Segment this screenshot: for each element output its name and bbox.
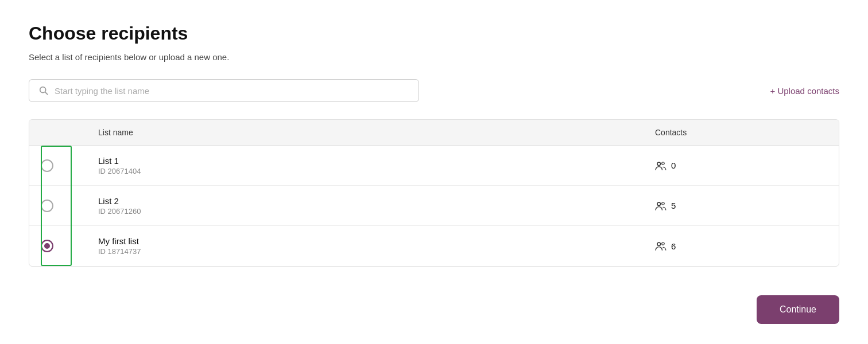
search-input[interactable] [55, 86, 409, 96]
list-name-2: List 2 [98, 196, 655, 206]
svg-point-2 [657, 162, 661, 166]
svg-point-4 [657, 202, 661, 206]
list-id-2: ID 20671260 [98, 207, 655, 216]
list-name-1: List 1 [98, 156, 655, 166]
svg-point-5 [662, 202, 664, 204]
list-name-cell-1: List 1 ID 20671404 [98, 156, 655, 175]
upload-contacts-button[interactable]: + Upload contacts [770, 81, 840, 100]
svg-point-6 [657, 243, 661, 246]
radio-list-3[interactable] [41, 240, 53, 252]
contacts-count-2: 5 [671, 201, 676, 210]
page-title: Choose recipients [29, 23, 839, 44]
radio-list-1[interactable] [41, 159, 53, 172]
contacts-count-3: 6 [671, 241, 676, 251]
radio-list-2[interactable] [41, 200, 53, 212]
table-row: List 2 ID 20671260 5 [29, 186, 839, 226]
svg-line-1 [45, 92, 48, 95]
table-row: My first list ID 18714737 6 [29, 226, 839, 266]
svg-point-0 [40, 87, 46, 93]
people-icon-2 [655, 201, 666, 210]
page-subtitle: Select a list of recipients below or upl… [29, 52, 839, 62]
people-icon-3 [655, 241, 666, 251]
svg-point-7 [662, 243, 664, 245]
contacts-cell-3: 6 [655, 241, 827, 251]
list-name-cell-3: My first list ID 18714737 [98, 236, 655, 256]
search-icon [38, 85, 49, 96]
radio-cell-3 [41, 240, 98, 252]
list-id-3: ID 18714737 [98, 247, 655, 256]
contacts-cell-1: 0 [655, 161, 827, 170]
radio-cell-1 [41, 159, 98, 172]
continue-button[interactable]: Continue [757, 295, 839, 324]
contacts-cell-2: 5 [655, 201, 827, 210]
table-rows-wrapper: List 1 ID 20671404 0 List 2 ID 20671260 [29, 146, 839, 266]
list-name-3: My first list [98, 236, 655, 246]
radio-cell-2 [41, 200, 98, 212]
top-row: + Upload contacts [29, 79, 839, 102]
recipients-table: List name Contacts List 1 ID 20671404 [29, 119, 839, 267]
search-wrapper [29, 79, 419, 102]
col-header-list-name: List name [98, 128, 655, 137]
contacts-count-1: 0 [671, 161, 676, 170]
svg-point-3 [662, 162, 664, 164]
col-header-select [41, 128, 98, 137]
table-row: List 1 ID 20671404 0 [29, 146, 839, 186]
table-header: List name Contacts [29, 120, 839, 146]
list-id-1: ID 20671404 [98, 167, 655, 175]
people-icon-1 [655, 161, 666, 170]
col-header-contacts: Contacts [655, 128, 827, 137]
list-name-cell-2: List 2 ID 20671260 [98, 196, 655, 216]
